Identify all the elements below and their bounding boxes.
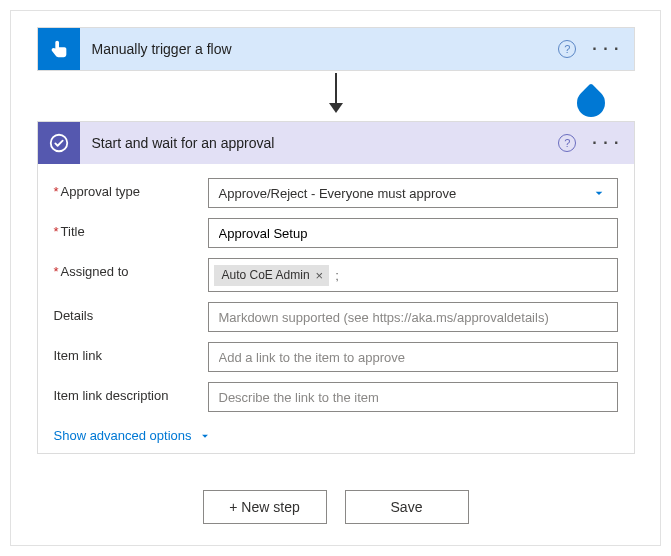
assigned-to-label: Assigned to: [54, 258, 208, 279]
new-step-button[interactable]: + New step: [203, 490, 327, 524]
item-link-label: Item link: [54, 342, 208, 363]
assignee-token[interactable]: Auto CoE Admin ×: [214, 265, 330, 286]
chevron-down-icon: [591, 185, 607, 201]
trigger-title: Manually trigger a flow: [80, 41, 559, 57]
details-label: Details: [54, 302, 208, 323]
show-advanced-options-text: Show advanced options: [54, 428, 192, 443]
token-separator: ;: [333, 268, 341, 283]
action-header[interactable]: Start and wait for an approval ? · · ·: [38, 122, 634, 164]
drop-indicator-icon[interactable]: [571, 83, 611, 123]
item-link-desc-label: Item link description: [54, 382, 208, 403]
svg-point-0: [50, 135, 67, 152]
connector-arrow: [37, 71, 635, 121]
action-card[interactable]: Start and wait for an approval ? · · · A…: [37, 121, 635, 454]
help-icon[interactable]: ?: [558, 134, 576, 152]
footer-buttons: + New step Save: [27, 490, 644, 524]
approval-icon: [38, 122, 80, 164]
more-menu-icon[interactable]: · · ·: [586, 138, 625, 148]
save-button[interactable]: Save: [345, 490, 469, 524]
remove-token-icon[interactable]: ×: [316, 268, 324, 283]
chevron-down-icon: [198, 429, 212, 443]
item-link-desc-input[interactable]: [208, 382, 618, 412]
action-title: Start and wait for an approval: [80, 135, 559, 151]
flow-designer-canvas: Manually trigger a flow ? · · · Start an…: [10, 10, 661, 546]
approval-type-select[interactable]: Approve/Reject - Everyone must approve: [208, 178, 618, 208]
trigger-header[interactable]: Manually trigger a flow ? · · ·: [38, 28, 634, 70]
trigger-card[interactable]: Manually trigger a flow ? · · ·: [37, 27, 635, 71]
item-link-input[interactable]: [208, 342, 618, 372]
approval-type-value: Approve/Reject - Everyone must approve: [219, 186, 457, 201]
assigned-to-input[interactable]: Auto CoE Admin × ;: [208, 258, 618, 292]
title-input[interactable]: [208, 218, 618, 248]
more-menu-icon[interactable]: · · ·: [586, 44, 625, 54]
details-input[interactable]: [208, 302, 618, 332]
help-icon[interactable]: ?: [558, 40, 576, 58]
action-body: Approval type Approve/Reject - Everyone …: [38, 164, 634, 453]
approval-type-label: Approval type: [54, 178, 208, 199]
assignee-token-text: Auto CoE Admin: [222, 268, 310, 282]
manual-trigger-icon: [38, 28, 80, 70]
show-advanced-options-link[interactable]: Show advanced options: [54, 428, 212, 443]
title-label: Title: [54, 218, 208, 239]
